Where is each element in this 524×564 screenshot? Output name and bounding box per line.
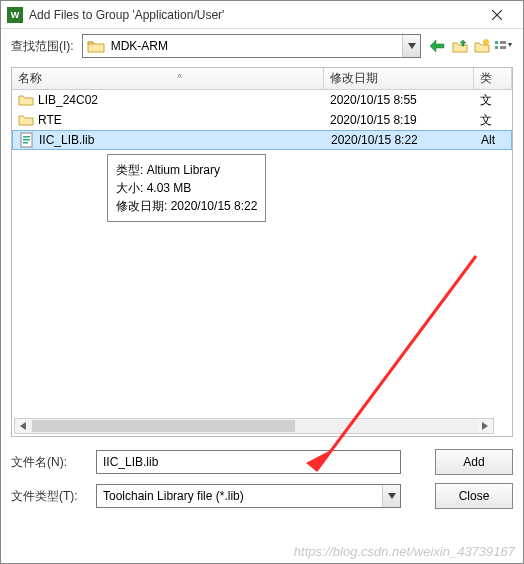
column-header-name[interactable]: 名称 ^ xyxy=(12,68,324,89)
lookin-value: MDK-ARM xyxy=(109,39,402,53)
back-arrow-icon xyxy=(430,40,446,52)
scrollbar-thumb[interactable] xyxy=(32,420,295,432)
up-one-level-button[interactable] xyxy=(451,37,469,55)
filename-input[interactable] xyxy=(96,450,401,474)
svg-rect-5 xyxy=(500,41,506,44)
filetype-dropdown-arrow[interactable] xyxy=(382,485,400,507)
file-date: 2020/10/15 8:22 xyxy=(325,133,475,147)
titlebar: W Add Files to Group 'Application/User' xyxy=(1,1,523,29)
new-folder-button[interactable] xyxy=(473,37,491,55)
file-row[interactable]: RTE 2020/10/15 8:19 文 xyxy=(12,110,512,130)
file-date: 2020/10/15 8:55 xyxy=(324,93,474,107)
dialog-window: W Add Files to Group 'Application/User' … xyxy=(0,0,524,564)
view-list-icon xyxy=(495,39,513,53)
column-name-label: 名称 xyxy=(18,70,42,87)
svg-point-2 xyxy=(484,40,489,45)
scroll-right-button[interactable] xyxy=(477,419,493,433)
app-icon: W xyxy=(7,7,23,23)
tooltip-size: 大小: 4.03 MB xyxy=(116,179,257,197)
tooltip-type: 类型: Altium Library xyxy=(116,161,257,179)
lookin-toolbar: 查找范围(I): MDK-ARM xyxy=(1,29,523,63)
column-header-date[interactable]: 修改日期 xyxy=(324,68,474,89)
chevron-down-icon xyxy=(408,43,416,49)
svg-rect-10 xyxy=(23,142,28,144)
close-button[interactable]: Close xyxy=(435,483,513,509)
file-type: 文 xyxy=(474,92,512,109)
filetype-combobox[interactable]: Toolchain Library file (*.lib) xyxy=(96,484,401,508)
filetype-label: 文件类型(T): xyxy=(11,488,86,505)
new-folder-icon xyxy=(474,39,490,53)
file-row[interactable]: LIB_24C02 2020/10/15 8:55 文 xyxy=(12,90,512,110)
lookin-label: 查找范围(I): xyxy=(11,38,74,55)
svg-rect-4 xyxy=(495,46,498,49)
file-date: 2020/10/15 8:19 xyxy=(324,113,474,127)
add-button[interactable]: Add xyxy=(435,449,513,475)
chevron-right-icon xyxy=(482,422,488,430)
close-icon xyxy=(492,10,502,20)
folder-icon xyxy=(18,93,34,107)
file-row-selected[interactable]: IIC_LIB.lib 2020/10/15 8:22 Alt xyxy=(12,130,512,150)
close-window-button[interactable] xyxy=(477,2,517,28)
svg-rect-8 xyxy=(23,136,30,138)
file-name: IIC_LIB.lib xyxy=(39,133,94,147)
chevron-down-icon xyxy=(388,493,396,499)
horizontal-scrollbar[interactable] xyxy=(14,418,494,434)
file-name: LIB_24C02 xyxy=(38,93,98,107)
back-button[interactable] xyxy=(429,37,447,55)
tooltip-date: 修改日期: 2020/10/15 8:22 xyxy=(116,197,257,215)
lookin-dropdown-arrow[interactable] xyxy=(402,35,420,57)
filetype-row: 文件类型(T): Toolchain Library file (*.lib) … xyxy=(11,479,513,513)
sort-indicator-icon: ^ xyxy=(177,73,182,84)
file-tooltip: 类型: Altium Library 大小: 4.03 MB 修改日期: 202… xyxy=(107,154,266,222)
bottom-form: 文件名(N): Add 文件类型(T): Toolchain Library f… xyxy=(1,441,523,523)
lookin-combobox[interactable]: MDK-ARM xyxy=(82,34,421,58)
svg-rect-6 xyxy=(500,46,506,49)
view-menu-button[interactable] xyxy=(495,37,513,55)
filetype-value: Toolchain Library file (*.lib) xyxy=(97,489,382,503)
column-header-row: 名称 ^ 修改日期 类 xyxy=(12,68,512,90)
file-list-pane: 名称 ^ 修改日期 类 LIB_24C02 2020/10/15 8:55 文 … xyxy=(11,67,513,437)
library-file-icon xyxy=(19,132,35,148)
nav-icons xyxy=(429,37,513,55)
column-header-type[interactable]: 类 xyxy=(474,68,512,89)
filename-row: 文件名(N): Add xyxy=(11,445,513,479)
chevron-left-icon xyxy=(20,422,26,430)
file-type: Alt xyxy=(475,133,511,147)
scroll-left-button[interactable] xyxy=(15,419,31,433)
folder-icon xyxy=(18,113,34,127)
svg-rect-3 xyxy=(495,41,498,44)
svg-rect-9 xyxy=(23,139,30,141)
folder-icon xyxy=(87,38,105,54)
filename-label: 文件名(N): xyxy=(11,454,86,471)
file-type: 文 xyxy=(474,112,512,129)
watermark-text: https://blog.csdn.net/weixin_43739167 xyxy=(294,544,515,559)
folder-up-icon xyxy=(452,39,468,53)
file-name: RTE xyxy=(38,113,62,127)
window-title: Add Files to Group 'Application/User' xyxy=(29,8,477,22)
